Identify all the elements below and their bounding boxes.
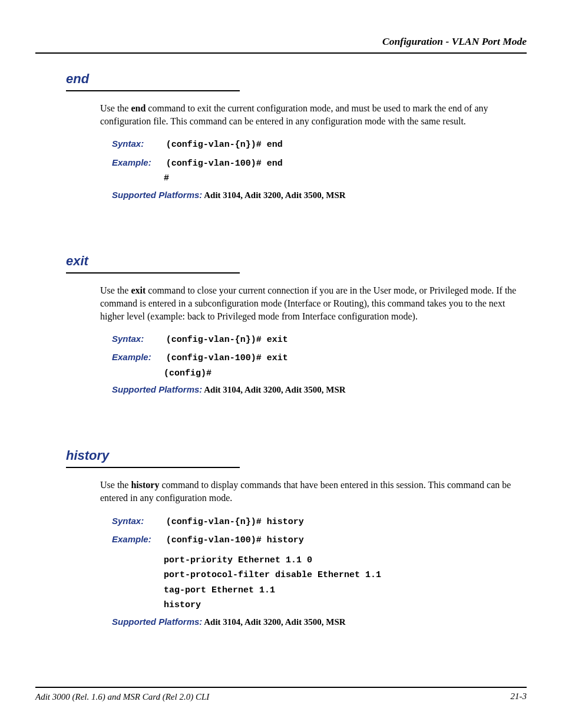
section-heading-exit: exit [66,253,527,269]
syntax-label: Syntax: [112,331,164,347]
desc-post: command to exit the current configuratio… [100,103,488,126]
supported-row-end: Supported Platforms: Adit 3104, Adit 320… [112,190,527,200]
example-code: (config-vlan-100)# exit [166,353,288,363]
example-output-end: # [164,171,527,186]
syntax-code: (config-vlan-{n})# exit [166,335,288,345]
example-row-exit: Example: (config-vlan-100)# exit [112,350,527,366]
section-heading-history: history [66,448,527,463]
supported-label: Supported Platforms: [112,190,202,200]
supported-text: Adit 3104, Adit 3200, Adit 3500, MSR [202,617,345,627]
example-output-exit: (config)# [164,366,527,381]
header-title: Configuration - VLAN Port Mode [382,35,527,47]
desc-pre: Use the [100,285,131,295]
example-code: (config-vlan-100)# end [166,159,283,169]
syntax-row-exit: Syntax: (config-vlan-{n})# exit [112,331,527,348]
desc-bold: end [131,103,146,113]
supported-label: Supported Platforms: [112,617,202,627]
footer-doc-title: Adit 3000 (Rel. 1.6) and MSR Card (Rel 2… [35,692,209,701]
example-output-history-1: port-protocol-filter disable Ethernet 1.… [164,568,527,583]
heading-underline [66,272,240,274]
header-rule [35,52,527,54]
desc-pre: Use the [100,103,131,113]
syntax-row-end: Syntax: (config-vlan-{n})# end [112,136,527,153]
syntax-code: (config-vlan-{n})# history [166,517,304,527]
example-label: Example: [112,532,164,547]
example-row-history: Example: (config-vlan-100)# history [112,532,527,548]
example-label: Example: [112,155,164,170]
section-desc-end: Use the end command to exit the current … [100,102,521,128]
example-output-history-2: tag-port Ethernet 1.1 [164,583,527,598]
section-desc-exit: Use the exit command to close your curre… [100,284,521,323]
example-row-end: Example: (config-vlan-100)# end [112,155,527,172]
desc-bold: history [131,480,159,490]
heading-underline [66,467,240,468]
supported-row-history: Supported Platforms: Adit 3104, Adit 320… [112,617,527,627]
supported-label: Supported Platforms: [112,384,202,394]
example-label: Example: [112,350,164,365]
syntax-row-history: Syntax: (config-vlan-{n})# history [112,513,527,530]
desc-post: command to display commands that have be… [100,480,511,503]
footer-rule [35,687,527,688]
page: Configuration - VLAN Port Mode end Use t… [0,0,562,728]
heading-underline [66,90,240,91]
page-footer: 21-3 Adit 3000 (Rel. 1.6) and MSR Card (… [35,687,527,702]
section-desc-history: Use the history command to display comma… [100,479,521,505]
desc-post: command to close your current connection… [100,285,516,321]
example-output-history-3: history [164,598,527,613]
section-heading-end: end [66,71,527,87]
footer-page-number: 21-3 [511,691,527,701]
example-code: (config-vlan-100)# history [166,535,304,545]
syntax-label: Syntax: [112,136,164,151]
supported-text: Adit 3104, Adit 3200, Adit 3500, MSR [202,190,345,200]
syntax-label: Syntax: [112,513,164,529]
supported-row-exit: Supported Platforms: Adit 3104, Adit 320… [112,384,527,395]
supported-text: Adit 3104, Adit 3200, Adit 3500, MSR [202,385,345,394]
syntax-code: (config-vlan-{n})# end [166,140,283,150]
page-header: Configuration - VLAN Port Mode [35,35,527,48]
desc-bold: exit [131,285,146,295]
example-output-history-0: port-priority Ethernet 1.1 0 [164,553,527,568]
desc-pre: Use the [100,480,131,490]
